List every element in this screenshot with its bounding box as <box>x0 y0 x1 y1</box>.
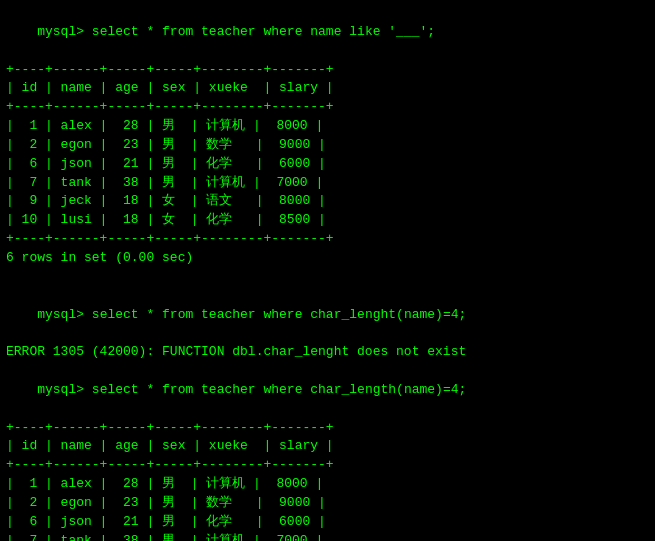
table2-row-0: | 1 | alex | 28 | 男 | 计算机 | 8000 | <box>6 475 649 494</box>
prompt-1: mysql> <box>37 24 84 39</box>
table1-row-0: | 1 | alex | 28 | 男 | 计算机 | 8000 | <box>6 117 649 136</box>
query-1: select * from teacher where name like '_… <box>84 24 435 39</box>
table1-sep-bot: +----+------+-----+-----+--------+------… <box>6 230 649 249</box>
command-line-2: mysql> select * from teacher where char_… <box>6 287 649 344</box>
table2-row-2: | 6 | json | 21 | 男 | 化学 | 6000 | <box>6 513 649 532</box>
command-line-1: mysql> select * from teacher where name … <box>6 4 649 61</box>
table2-header: | id | name | age | sex | xueke | slary … <box>6 437 649 456</box>
table2-row-3: | 7 | tank | 38 | 男 | 计算机 | 7000 | <box>6 532 649 541</box>
error-line: ERROR 1305 (42000): FUNCTION dbl.char_le… <box>6 343 649 362</box>
table1-row-1: | 2 | egon | 23 | 男 | 数学 | 9000 | <box>6 136 649 155</box>
table1-sep-mid: +----+------+-----+-----+--------+------… <box>6 98 649 117</box>
prompt-3: mysql> <box>37 382 84 397</box>
table1-row-5: | 10 | lusi | 18 | 女 | 化学 | 8500 | <box>6 211 649 230</box>
table1-header: | id | name | age | sex | xueke | slary … <box>6 79 649 98</box>
table2-sep-mid: +----+------+-----+-----+--------+------… <box>6 456 649 475</box>
blank-line-1 <box>6 268 649 287</box>
query-2: select * from teacher where char_lenght(… <box>84 307 466 322</box>
rows-count-1: 6 rows in set (0.00 sec) <box>6 249 649 268</box>
prompt-2: mysql> <box>37 307 84 322</box>
terminal-window: mysql> select * from teacher where name … <box>6 4 649 541</box>
table1-row-2: | 6 | json | 21 | 男 | 化学 | 6000 | <box>6 155 649 174</box>
table2-sep-top: +----+------+-----+-----+--------+------… <box>6 419 649 438</box>
table1-sep-top: +----+------+-----+-----+--------+------… <box>6 61 649 80</box>
table2-row-1: | 2 | egon | 23 | 男 | 数学 | 9000 | <box>6 494 649 513</box>
command-line-3: mysql> select * from teacher where char_… <box>6 362 649 419</box>
table1-row-4: | 9 | jeck | 18 | 女 | 语文 | 8000 | <box>6 192 649 211</box>
query-3: select * from teacher where char_length(… <box>84 382 466 397</box>
table1-row-3: | 7 | tank | 38 | 男 | 计算机 | 7000 | <box>6 174 649 193</box>
